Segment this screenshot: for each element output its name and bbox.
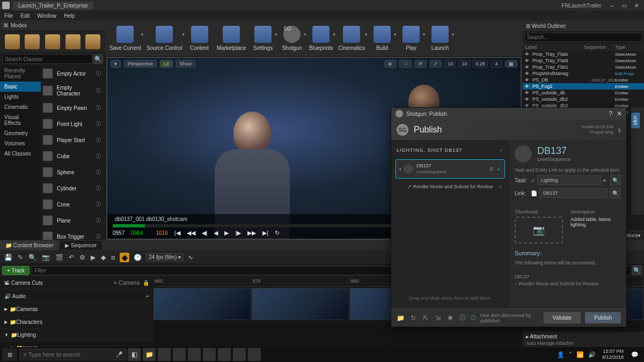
show-toggle[interactable]: Show (176, 60, 196, 68)
tray-network-icon[interactable]: 📶 (574, 351, 586, 358)
actor-item[interactable]: Empty Actorⓘ (41, 65, 105, 82)
cat-lights[interactable]: Lights (0, 92, 41, 102)
publish-subitem[interactable]: ↗ Render Movie and Submit for Review ✓ (405, 181, 505, 193)
cam-speed[interactable]: 4 (491, 60, 502, 68)
foliage-mode-icon[interactable] (65, 34, 80, 49)
search-icon[interactable]: 🔍 (27, 253, 38, 262)
info-icon[interactable]: ⓘ (458, 313, 466, 323)
taskbar-clock[interactable]: 12:07 PM 8/12/2018 (598, 349, 628, 360)
outliner-row[interactable]: 👁PropWindManagEdit PropI (523, 70, 644, 77)
collapse-icon[interactable]: ⇲ (434, 313, 442, 323)
lit-toggle[interactable]: Lit (160, 60, 173, 68)
actor-item[interactable]: Planeⓘ (41, 212, 105, 228)
save-icon[interactable]: 💾 (3, 253, 13, 262)
app-icon[interactable] (173, 348, 186, 361)
tray-volume-icon[interactable]: 🔊 (586, 351, 598, 358)
explorer-icon[interactable]: 📁 (143, 348, 156, 361)
restore-icon[interactable]: ▭ (620, 3, 628, 9)
dialog-titlebar[interactable]: Shotgun: Publish ? ✕ (391, 108, 626, 120)
step-fwd-icon[interactable]: ▶▶ (247, 230, 256, 237)
outliner-row[interactable]: 👁PS_outside_dbEmitter (523, 90, 644, 96)
refresh-icon[interactable]: ↻ (409, 313, 417, 323)
unreal-app-icon[interactable] (248, 348, 261, 361)
actor-item[interactable]: Empty Pawnⓘ (41, 100, 105, 116)
task-view-icon[interactable]: ◧ (128, 348, 141, 361)
menu-help[interactable]: Help (64, 13, 75, 19)
actor-item[interactable]: Box Triggerⓘ (41, 228, 105, 240)
source-control-button[interactable]: Source Control▼ (147, 26, 182, 51)
minimize-icon[interactable]: – (608, 3, 616, 9)
project-tab[interactable]: Launch_Trailer_P_Enterprise (13, 2, 93, 10)
curve-icon[interactable]: ∿ (187, 253, 194, 262)
place-mode-icon[interactable] (5, 34, 20, 49)
content-button[interactable]: Content (188, 26, 211, 51)
scale-icon[interactable]: ⤢ (430, 60, 442, 68)
check-icon[interactable]: ✓ (496, 166, 501, 173)
add-camera-button[interactable]: + Camera (113, 279, 140, 286)
attachment-label[interactable]: Attachment (530, 334, 557, 339)
cinematics-button[interactable]: Cinematics▼ (339, 26, 365, 51)
publish-button[interactable]: Publish (585, 312, 621, 323)
check-icon[interactable]: ✓ (499, 147, 504, 153)
task-field[interactable]: Lighting (537, 175, 601, 185)
track-characters[interactable]: ▶📁 Characters (0, 316, 153, 329)
rotate-icon[interactable]: ⟳ (415, 60, 427, 68)
next-frame-icon[interactable]: |▶ (235, 230, 241, 237)
thumbnail-dropzone[interactable]: 📷 (515, 217, 563, 243)
loop-icon[interactable]: ↻ (275, 230, 280, 237)
play-forward-icon[interactable]: ▶ (224, 230, 229, 237)
app-icon[interactable] (158, 348, 171, 361)
check-icon[interactable]: ✓ (499, 184, 503, 189)
taskbar-search[interactable]: ○ 🎤 (19, 349, 127, 360)
paint-mode-icon[interactable] (25, 34, 40, 49)
shotgun-button[interactable]: SGShotgun▼ (280, 26, 304, 51)
angle-snap[interactable]: 10 (459, 60, 470, 68)
outliner-row[interactable]: 👁PS_DBdb0137_001, db0270_001Emitter (523, 77, 644, 83)
actor-item[interactable]: Sphereⓘ (41, 164, 105, 180)
menu-file[interactable]: File (4, 13, 13, 19)
autokey-icon[interactable]: ◆ (120, 253, 129, 262)
chrome-icon[interactable] (188, 348, 201, 361)
description-text[interactable]: Added table, latest lighting (570, 217, 621, 227)
tray-up-icon[interactable]: ˄ (567, 351, 574, 358)
gizmo-icon[interactable]: ⊕ (384, 60, 396, 68)
camera-icon[interactable]: 🎬 (54, 253, 64, 262)
track-camera-cuts[interactable]: 📽 Camera Cuts + Camera 🔒 (0, 276, 153, 290)
outliner-search-input[interactable] (524, 33, 642, 42)
launch-button[interactable]: Launch▼ (428, 26, 452, 51)
perspective-toggle[interactable]: Perspective (124, 60, 157, 68)
cat-basic[interactable]: Basic (0, 82, 41, 92)
filter-search-icon[interactable]: 🔍 (632, 265, 642, 275)
tray-people-icon[interactable]: 👤 (555, 351, 567, 358)
search-icon[interactable]: 🔍 (93, 54, 103, 64)
outliner-row-selected[interactable]: 👁PS_Fog2Emitter (523, 83, 644, 90)
cat-geometry[interactable]: Geometry (0, 128, 41, 138)
marketplace-button[interactable]: Marketplace (217, 26, 246, 51)
search-classes-input[interactable] (2, 54, 92, 64)
actor-item[interactable]: Point Lightⓘ (41, 116, 105, 132)
search-icon[interactable]: 🔍 (610, 175, 621, 186)
step-back-icon[interactable]: ◀◀ (187, 230, 195, 237)
save-current-button[interactable]: Save Current▼ (109, 26, 141, 51)
track-audio[interactable]: 🔊 Audio + (0, 290, 153, 303)
vp-menu-icon[interactable]: ▾ (111, 60, 121, 68)
add-track-button[interactable]: + Track (2, 266, 30, 275)
outliner-row[interactable]: 👁Prop_Tray_Flat1StaticMesh (523, 64, 644, 70)
expand-icon[interactable]: › (618, 124, 621, 136)
cat-all[interactable]: All Classes (0, 149, 41, 159)
start-button[interactable]: ⊞ (2, 348, 17, 361)
actor-item[interactable]: Cylinderⓘ (41, 180, 105, 196)
cat-cinematic[interactable]: Cinematic (0, 102, 41, 112)
find-icon[interactable]: ✎ (17, 253, 24, 262)
shotgun-app-icon[interactable] (233, 348, 246, 361)
landscape-mode-icon[interactable] (45, 34, 60, 49)
settings-button[interactable]: Settings▼ (251, 26, 275, 51)
blueprints-button[interactable]: Blueprints▼ (309, 26, 333, 51)
menu-edit[interactable]: Edit (20, 13, 30, 19)
script-tab[interactable]: cript (631, 113, 640, 128)
gear-icon[interactable]: ⚙ (78, 253, 86, 262)
undo-icon[interactable]: ↶ (68, 253, 75, 262)
snap-icon[interactable]: ⧈ (110, 253, 116, 262)
prev-frame-icon[interactable]: ◀| (202, 230, 208, 237)
key-icon[interactable]: ◆ (100, 253, 107, 262)
